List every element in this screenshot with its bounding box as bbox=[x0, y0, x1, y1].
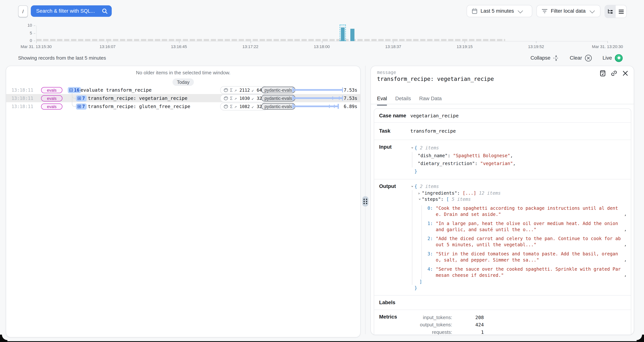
step-item: 0:"Cook the spaghetti according to packa… bbox=[427, 205, 627, 218]
span-count-badge[interactable]: ⊞7 bbox=[76, 95, 87, 101]
collapse-json-chevron[interactable]: › bbox=[409, 146, 416, 151]
row-tag-evals: evals bbox=[41, 103, 62, 109]
status-bar: Showing records from the last 5 minutes … bbox=[0, 54, 644, 62]
window-corner bbox=[0, 334, 8, 342]
x-axis-tick bbox=[36, 41, 36, 43]
x-axis-tick bbox=[108, 41, 108, 43]
trace-row[interactable]: 13:18:11evals⊟16evaluate transform_recip… bbox=[6, 86, 360, 94]
tab-separator bbox=[371, 104, 634, 104]
x-axis-tick bbox=[536, 41, 536, 43]
output-row: Output ›{ 2 items›"ingredients": [...] 1… bbox=[374, 180, 631, 296]
tree-connector bbox=[72, 97, 76, 107]
case-name-value: vegetarian_recipe bbox=[410, 112, 626, 119]
eval-detail-table: Case name vegetarian_recipe Task transfo… bbox=[374, 108, 631, 335]
clear-label: Clear bbox=[570, 55, 582, 61]
copy-link-icon[interactable] bbox=[611, 70, 617, 76]
expand-json-chevron[interactable]: › bbox=[418, 190, 422, 196]
step-item: 2:"Add the diced carrot and celery to th… bbox=[427, 236, 627, 248]
slash-shortcut-key: / bbox=[18, 6, 28, 17]
collapse-button[interactable]: Collapse bbox=[530, 55, 559, 61]
collapse-json-chevron[interactable]: › bbox=[409, 185, 416, 189]
clear-circle-x-icon bbox=[585, 54, 592, 61]
record-title: transform_recipe: vegetarian_recipe bbox=[377, 76, 494, 82]
today-pill[interactable]: Today bbox=[172, 78, 194, 86]
token-usage-pill: Σ↗ 1030↙ 323 bbox=[220, 94, 268, 102]
list-view-icon bbox=[618, 9, 624, 14]
clear-button[interactable]: Clear bbox=[570, 54, 592, 61]
x-axis-tick bbox=[393, 41, 394, 43]
x-axis-tick-label: 13:18:00 bbox=[297, 44, 346, 49]
collapse-label: Collapse bbox=[530, 55, 550, 61]
input-label: Input bbox=[379, 144, 410, 175]
metric-value: 1 bbox=[452, 328, 484, 335]
row-timestamp: 13:18:11 bbox=[12, 95, 31, 101]
expand-icon: ⊞ bbox=[77, 96, 81, 100]
input-tokens-arrow-icon: ↗ bbox=[234, 104, 237, 109]
filter-dropdown[interactable]: Filter local data bbox=[536, 5, 600, 17]
panel-resize-grip[interactable] bbox=[362, 196, 368, 206]
service-name-tag: pydantic-evals bbox=[261, 86, 295, 93]
window-corner bbox=[636, 334, 644, 342]
token-usage-pill: Σ↗ 1082↙ 325 bbox=[220, 102, 268, 110]
list-view-toggle[interactable] bbox=[616, 6, 626, 18]
x-axis-tick-label: 13:16:45 bbox=[154, 44, 204, 49]
records-histogram[interactable]: 1050 Mar 31. 13:15:3013:16:0713:16:4513:… bbox=[0, 22, 644, 54]
steps-entry: ›"steps": [ 5 items bbox=[418, 196, 627, 203]
live-toggle[interactable]: Live bbox=[603, 54, 623, 62]
calendar-icon bbox=[472, 8, 478, 14]
search-input[interactable]: Search & filter with SQL... bbox=[31, 6, 112, 17]
step-item: 1:"In a large pan, heat the olive oil ov… bbox=[427, 220, 627, 233]
histogram-bar[interactable] bbox=[341, 28, 345, 41]
duration-text: 7.53s bbox=[344, 87, 358, 92]
logfire-live-view: / Search & filter with SQL... Last 5 min… bbox=[0, 0, 644, 342]
ingredients-entry: ›"ingredients": [...] 12 items bbox=[418, 190, 627, 196]
input-tokens-arrow-icon: ↗ bbox=[234, 87, 237, 92]
row-timestamp: 13:18:11 bbox=[12, 87, 31, 92]
chevron-down-icon bbox=[590, 8, 595, 13]
time-range-dropdown[interactable]: Last 5 minutes bbox=[466, 5, 532, 17]
metric-row: requests:1 bbox=[410, 328, 484, 335]
output-tokens-arrow-icon: ↙ bbox=[252, 96, 254, 100]
output-json-viewer: ›{ 2 items›"ingredients": [...] 12 items… bbox=[410, 183, 627, 291]
x-axis-tick bbox=[608, 41, 608, 43]
trace-row[interactable]: 13:18:11evals⊞7transform_recipe: gluten_… bbox=[6, 102, 360, 110]
output-tokens-arrow-icon: ↙ bbox=[252, 87, 254, 92]
live-indicator-icon bbox=[615, 54, 623, 62]
span-name: transform_recipe: vegetarian_recipe bbox=[88, 95, 188, 101]
case-name-row: Case name vegetarian_recipe bbox=[374, 109, 631, 123]
chevron-down-icon bbox=[518, 8, 523, 13]
x-axis-tick bbox=[464, 41, 465, 43]
tree-view-toggle[interactable] bbox=[605, 6, 616, 18]
service-name-tag: pydantic-evals bbox=[261, 95, 295, 101]
json-entry: "dietary_restriction": "vegetarian", bbox=[418, 160, 626, 168]
duration-bar bbox=[292, 96, 343, 100]
input-tokens-arrow-icon: ↗ bbox=[234, 96, 237, 100]
step-item: 4:"Serve the sauce over the cooked spagh… bbox=[427, 266, 627, 278]
y-axis-tick-label: 5 bbox=[3, 30, 32, 35]
showing-records-text: Showing records from the last 5 minutes bbox=[18, 55, 106, 61]
live-label: Live bbox=[603, 55, 612, 61]
input-row: Input ›{ 2 items"dish_name": "Spaghetti … bbox=[374, 140, 631, 180]
token-coin-icon bbox=[224, 96, 228, 100]
labels-row: Labels bbox=[374, 296, 631, 310]
close-icon[interactable] bbox=[622, 70, 628, 76]
metric-row: input_tokens:208 bbox=[410, 314, 484, 321]
collapse-json-chevron[interactable]: › bbox=[417, 198, 423, 202]
trace-list-panel: No older items in the selected time wind… bbox=[6, 66, 360, 338]
token-coin-icon bbox=[224, 104, 228, 108]
search-icon bbox=[102, 8, 108, 14]
scrubber-details-icon[interactable] bbox=[600, 70, 606, 76]
x-axis-tick-label: 13:19:52 bbox=[511, 44, 560, 49]
trace-row[interactable]: 13:18:11evals⊞7transform_recipe: vegetar… bbox=[6, 94, 360, 102]
duration-bar bbox=[292, 87, 343, 92]
detail-panel: message transform_recipe: vegetaria bbox=[370, 66, 634, 335]
no-older-items-text: No older items in the selected time wind… bbox=[6, 70, 360, 76]
y-axis-tick-label: 10 bbox=[3, 23, 32, 28]
span-count-badge[interactable]: ⊞7 bbox=[76, 103, 87, 109]
collapse-icon bbox=[553, 55, 559, 61]
expand-icon: ⊞ bbox=[77, 104, 81, 109]
span-count-badge[interactable]: ⊟16 bbox=[68, 87, 81, 93]
histogram-bar[interactable] bbox=[350, 29, 354, 41]
metric-row: output_tokens:424 bbox=[410, 321, 484, 328]
json-entry: "dish_name": "Spaghetti Bolognese", bbox=[418, 152, 626, 160]
